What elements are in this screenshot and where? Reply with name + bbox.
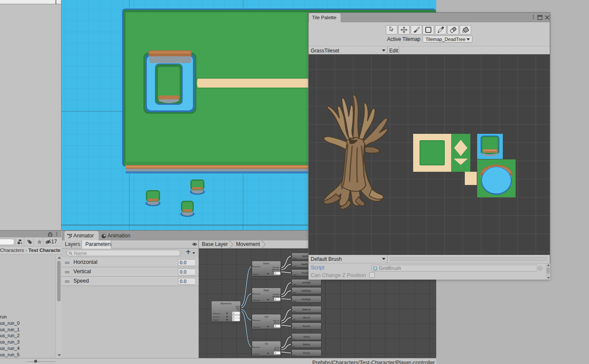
svg-text:Down: Down: [293, 274, 297, 276]
svg-text:Down: Down: [263, 262, 269, 265]
svg-text:Right: Right: [293, 284, 296, 286]
svg-text:Up: Up: [293, 346, 294, 347]
svg-text:Movement: Movement: [253, 293, 260, 295]
svg-text:Up: Up: [265, 342, 268, 345]
svg-text:Walk Down: Walk Down: [272, 269, 279, 271]
svg-text:RunRight: RunRight: [302, 298, 311, 300]
svg-text:Idle Up: Idle Up: [274, 347, 279, 349]
svg-text:0: 0: [233, 318, 234, 321]
svg-text:Up: Up: [293, 354, 294, 356]
svg-text:Walk Right: Walk Right: [272, 296, 279, 298]
svg-text:0: 0: [275, 298, 276, 300]
svg-text:Left: Left: [293, 327, 295, 329]
svg-text:Idle Left: Idle Left: [274, 322, 279, 324]
svg-text:Idle Down: Idle Down: [273, 267, 279, 269]
svg-text:Speed: Speed: [213, 319, 219, 321]
svg-text:Right: Right: [293, 300, 296, 302]
svg-text:RunUp: RunUp: [303, 352, 310, 354]
svg-text:RunLeft: RunLeft: [303, 325, 310, 327]
svg-text:Speed: Speed: [253, 273, 259, 275]
svg-text:0: 0: [275, 325, 276, 327]
svg-text:Vertical: Vertical: [253, 353, 259, 355]
svg-text:IdleRight: IdleRight: [302, 281, 311, 284]
svg-text:0: 0: [275, 352, 276, 354]
svg-text:Walk Up: Walk Up: [274, 349, 279, 351]
svg-text:IdleLeft: IdleLeft: [303, 316, 310, 319]
svg-text:Walk Left: Walk Left: [273, 320, 279, 322]
svg-text:Vertical: Vertical: [213, 316, 219, 318]
svg-text:Down: Down: [293, 257, 297, 259]
svg-text:Left: Left: [293, 311, 295, 312]
svg-text:Idle Right: Idle Right: [273, 294, 279, 295]
svg-text:Movement: Movement: [253, 347, 260, 348]
svg-text:WalkLeft: WalkLeft: [302, 308, 311, 311]
svg-text:Up: Up: [293, 338, 294, 340]
svg-text:Horizont: Horizont: [213, 312, 220, 315]
svg-text:Horizont: Horizont: [253, 326, 260, 328]
svg-text:Horizont: Horizont: [253, 299, 260, 301]
svg-text:Left: Left: [293, 319, 295, 321]
svg-text:WalkRight: WalkRight: [302, 289, 312, 292]
svg-text:Movement: Movement: [221, 302, 232, 305]
svg-text:Movement: Movement: [253, 266, 260, 268]
svg-text:Right: Right: [293, 292, 296, 294]
svg-text:Right: Right: [264, 289, 269, 292]
svg-text:Down: Down: [293, 266, 297, 267]
svg-text:0: 0: [275, 272, 276, 274]
svg-text:Left: Left: [264, 315, 268, 318]
svg-text:WalkUp: WalkUp: [303, 343, 310, 346]
svg-text:0: 0: [233, 312, 234, 315]
svg-text:0: 0: [233, 315, 234, 318]
svg-text:IdleUp: IdleUp: [303, 335, 310, 338]
svg-text:Movement: Movement: [253, 320, 260, 321]
